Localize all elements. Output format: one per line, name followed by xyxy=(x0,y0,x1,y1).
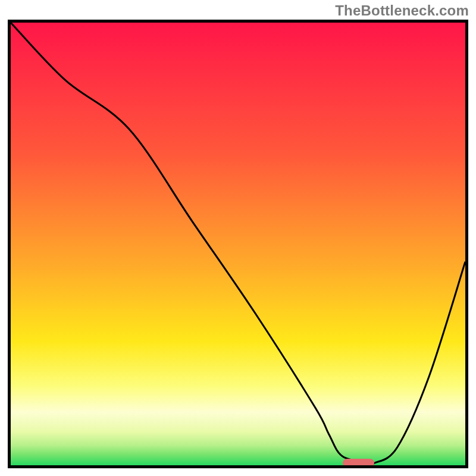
chart-frame xyxy=(8,20,468,468)
chart-canvas: TheBottleneck.com xyxy=(0,0,476,476)
optimal-range-marker xyxy=(343,459,374,467)
bottleneck-curve xyxy=(11,23,465,465)
watermark-label: TheBottleneck.com xyxy=(335,2,469,19)
